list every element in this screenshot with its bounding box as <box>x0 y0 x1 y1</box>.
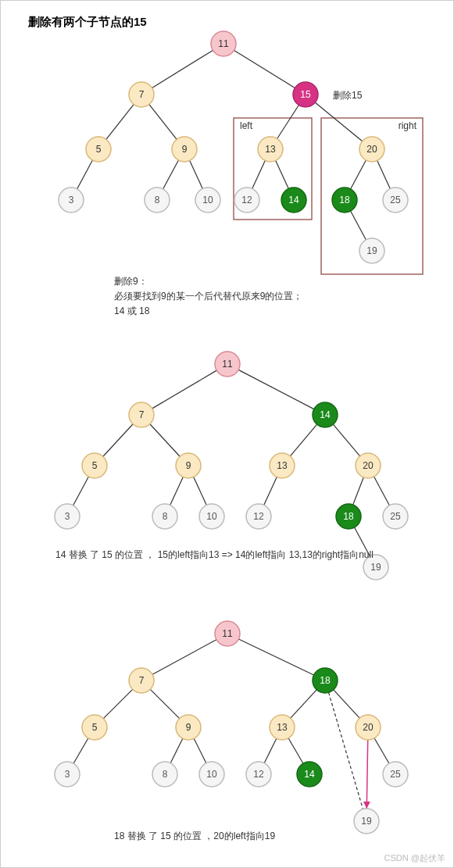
tree-node-label: 19 <box>361 816 372 827</box>
tree-edge <box>290 424 316 456</box>
tree-node-label: 11 <box>222 628 233 639</box>
tree-node-label: 9 <box>186 722 191 733</box>
tree-edge <box>152 370 216 409</box>
tree-node-label: 5 <box>92 460 98 471</box>
tree-node-label: 12 <box>241 195 252 205</box>
tree-node-label: 15 <box>300 89 311 100</box>
watermark: CSDN @起伏羊 <box>384 852 445 864</box>
tree-node-label: 10 <box>202 195 213 205</box>
tree-edge <box>190 161 203 189</box>
tree-node-label: 14 <box>320 409 331 420</box>
tree-node-label: 11 <box>218 38 229 49</box>
tree-node-label: 7 <box>139 675 145 686</box>
tree-node-label: 3 <box>69 195 74 205</box>
tree-node-label: 7 <box>139 89 145 100</box>
tree-edge <box>170 738 183 763</box>
tree-edge <box>106 105 134 140</box>
tree-node-label: 25 <box>390 511 401 522</box>
tree-edge <box>170 477 184 505</box>
tree-node-label: 13 <box>277 722 288 733</box>
tree-node-label: 20 <box>363 460 374 471</box>
tree-node-label: 5 <box>96 144 102 155</box>
tree-node-label: 8 <box>163 511 168 522</box>
diagram-page: 删除有两个子节点的15 leftright3578910111213141518… <box>0 0 454 868</box>
tree-edge <box>152 50 213 88</box>
tree-edge <box>353 477 364 505</box>
tree-edge <box>264 738 277 763</box>
tree-node-label: 3 <box>65 511 70 522</box>
caption-3: 18 替换 了 15 的位置 ，20的left指向19 <box>114 829 275 844</box>
tree-edge <box>150 689 179 718</box>
tree-node-label: 20 <box>363 722 374 733</box>
tree-node-label: 7 <box>139 409 145 420</box>
tree-edge <box>194 738 206 763</box>
tree-edge <box>252 161 266 189</box>
tree-edge <box>73 477 89 505</box>
tree-edge <box>374 477 390 505</box>
tree-edge <box>103 689 132 718</box>
left-box-label: left <box>240 120 253 131</box>
tree-edge <box>234 50 295 88</box>
tree-node-label: 18 <box>339 195 350 205</box>
tree-node-label: 25 <box>390 769 401 780</box>
tree-edge <box>103 424 133 456</box>
tree-edge <box>73 738 88 763</box>
tree-node-label: 25 <box>390 195 401 205</box>
dashed-edge <box>329 692 363 809</box>
tree-edge <box>377 161 391 189</box>
explain1-line2: 必须要找到9的某一个后代替代原来9的位置； <box>114 289 302 304</box>
tree-edge <box>264 477 277 505</box>
tree-edge <box>333 424 359 456</box>
caption-2: 14 替换 了 15 的位置 ， 15的left指向13 => 14的left指… <box>55 548 374 563</box>
tree-node-label: 12 <box>253 511 264 522</box>
tree-edge <box>149 105 177 140</box>
tree-edge <box>288 738 303 763</box>
tree-edge <box>291 690 316 718</box>
tree-node-label: 18 <box>343 511 354 522</box>
tree-edge <box>194 477 207 505</box>
tree-edge <box>276 161 289 189</box>
explain-block-1: 删除9： 必须要找到9的某一个后代替代原来9的位置； 14 或 18 <box>114 274 302 320</box>
tree-node-label: 5 <box>92 722 98 733</box>
tree-node-label: 8 <box>163 769 168 780</box>
tree-edge <box>238 639 313 675</box>
page-title: 删除有两个子节点的15 <box>28 15 147 30</box>
tree-edge <box>351 160 366 189</box>
tree-node-label: 13 <box>265 144 276 155</box>
tree-edge <box>315 102 362 141</box>
tree-node-label: 9 <box>186 460 191 471</box>
tree-edge <box>277 105 299 138</box>
tree-edge <box>163 160 179 189</box>
right-box-label: right <box>399 120 417 131</box>
tree-node-label: 19 <box>370 562 381 573</box>
tree-node-label: 20 <box>366 144 377 155</box>
tree-node-label: 14 <box>288 195 299 205</box>
tree-node-label: 10 <box>206 511 217 522</box>
tree-node-label: 11 <box>222 359 233 370</box>
tree-node-label: 8 <box>155 195 160 205</box>
tree-edge <box>374 738 389 763</box>
arrow-edge <box>366 740 367 809</box>
tree-node-label: 19 <box>366 245 377 256</box>
delete-label: 删除15 <box>333 88 362 103</box>
tree-node-label: 14 <box>304 769 315 780</box>
tree-node-label: 9 <box>182 144 188 155</box>
tree-node-label: 12 <box>253 769 264 780</box>
tree-edge <box>77 160 93 189</box>
tree-node-label: 13 <box>277 460 288 471</box>
explain1-line3: 14 或 18 <box>114 304 302 319</box>
tree-node-label: 3 <box>65 769 70 780</box>
tree-edge <box>351 211 366 240</box>
tree-node-label: 10 <box>206 769 217 780</box>
tree-edge <box>334 690 359 718</box>
tree-svg: leftright3578910111213141518192025357891… <box>1 1 454 868</box>
tree-node-label: 18 <box>320 675 331 686</box>
tree-edge <box>150 424 180 456</box>
tree-edge <box>152 640 216 675</box>
tree-edge <box>238 370 314 409</box>
explain1-line1: 删除9： <box>114 274 302 289</box>
